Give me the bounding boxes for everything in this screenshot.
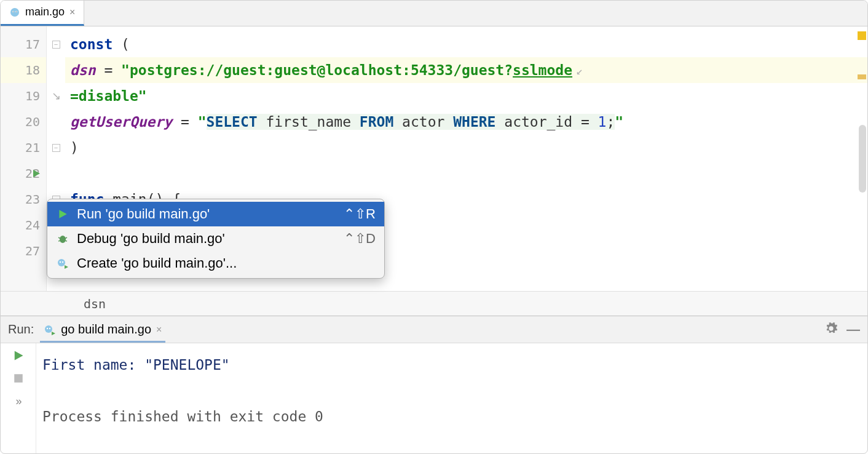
svg-marker-20 [14, 351, 23, 360]
svg-point-0 [10, 8, 19, 17]
tab-filename: main.go [25, 6, 65, 18]
menu-shortcut: ⌃⇧D [344, 231, 376, 247]
run-header: Run: go build main.go × — [1, 316, 867, 343]
run-tool-window: Run: go build main.go × — » First name: … [1, 316, 867, 453]
menu-label: Create 'go build main.go'... [77, 255, 237, 271]
editor-tab-main-go[interactable]: main.go × [1, 0, 84, 26]
menu-item-debug[interactable]: Debug 'go build main.go' ⌃⇧D [47, 226, 384, 251]
svg-point-4 [16, 11, 17, 12]
svg-line-10 [58, 241, 61, 241]
output-line: First name: "PENELOPE" [42, 352, 861, 378]
run-tab-label: go build main.go [61, 322, 151, 337]
gutter-line[interactable]: 17 [1, 31, 46, 57]
svg-point-7 [60, 236, 66, 243]
gutter-line[interactable]: 18 [1, 57, 46, 83]
gutter-line[interactable]: 23 [1, 186, 46, 212]
soft-wrap-icon: ↙ [576, 64, 583, 77]
gear-icon[interactable] [824, 322, 838, 338]
gutter-line[interactable]: 22 [1, 161, 46, 186]
svg-point-17 [47, 327, 48, 329]
more-icon[interactable]: » [15, 395, 20, 408]
run-panel-title: Run: [8, 322, 34, 337]
run-toolbar: » [1, 343, 36, 453]
svg-marker-5 [33, 170, 40, 177]
fold-toggle-icon[interactable]: − [52, 144, 60, 152]
gutter: 17 18 19 20 21 22 23 24 27 [1, 26, 47, 291]
close-tab-icon[interactable]: × [69, 7, 75, 18]
code-line: const ( [65, 31, 867, 57]
svg-marker-6 [59, 210, 66, 218]
gutter-line[interactable]: 19 [1, 83, 46, 109]
inspection-marker-icon[interactable] [858, 74, 866, 79]
gutter-line[interactable]: 21 [1, 135, 46, 161]
scrollbar-thumb[interactable] [859, 125, 866, 193]
run-icon [56, 209, 69, 220]
menu-item-create[interactable]: Create 'go build main.go'... [47, 251, 384, 276]
svg-point-16 [45, 325, 52, 333]
breadcrumb-item[interactable]: dsn [84, 297, 106, 311]
svg-point-12 [58, 259, 65, 266]
code-line [65, 161, 867, 186]
gutter-run-icon[interactable] [31, 169, 41, 178]
go-file-icon [9, 7, 20, 18]
stop-icon[interactable] [13, 373, 24, 384]
bug-icon [56, 233, 69, 245]
svg-marker-15 [65, 265, 68, 269]
gutter-line[interactable]: 24 [1, 212, 46, 238]
code-line: getUserQuery = "SELECT first_name FROM a… [65, 109, 867, 135]
close-run-tab-icon[interactable]: × [156, 324, 162, 335]
marker-stripe [856, 26, 867, 291]
menu-label: Debug 'go build main.go' [77, 231, 225, 247]
breadcrumb-bar[interactable]: dsn [1, 291, 867, 316]
rerun-icon[interactable] [12, 349, 25, 362]
gutter-line[interactable]: 20 [1, 109, 46, 135]
code-line: dsn = "postgres://guest:guest@localhost:… [65, 57, 867, 83]
warning-marker-icon[interactable] [858, 31, 866, 40]
gutter-line[interactable]: 27 [1, 238, 46, 264]
svg-point-14 [62, 261, 63, 263]
menu-shortcut: ⌃⇧R [344, 206, 376, 222]
minimize-icon[interactable]: — [846, 322, 860, 338]
svg-rect-21 [14, 374, 23, 383]
code-line: =disable" [65, 83, 867, 109]
output-line: Process finished with exit code 0 [42, 404, 861, 429]
editor-tab-bar: main.go × [1, 1, 867, 26]
gopher-run-icon [56, 257, 69, 269]
menu-item-run[interactable]: Run 'go build main.go' ⌃⇧R [47, 202, 384, 226]
svg-line-11 [65, 241, 67, 241]
code-line: ) [65, 135, 867, 161]
menu-label: Run 'go build main.go' [77, 206, 210, 222]
run-tab[interactable]: go build main.go × [40, 316, 165, 343]
run-context-menu: Run 'go build main.go' ⌃⇧R Debug 'go bui… [47, 199, 385, 279]
svg-point-3 [13, 11, 14, 12]
svg-point-13 [60, 261, 61, 263]
gopher-run-icon [44, 324, 56, 336]
fold-toggle-icon[interactable]: − [52, 41, 60, 49]
svg-marker-19 [52, 332, 55, 335]
run-output[interactable]: First name: "PENELOPE" Process finished … [36, 343, 867, 453]
editor-area: 17 18 19 20 21 22 23 24 27 − ↘ − − const… [1, 26, 867, 291]
svg-point-18 [49, 327, 50, 329]
wrap-arrow-icon: ↘ [52, 89, 61, 103]
